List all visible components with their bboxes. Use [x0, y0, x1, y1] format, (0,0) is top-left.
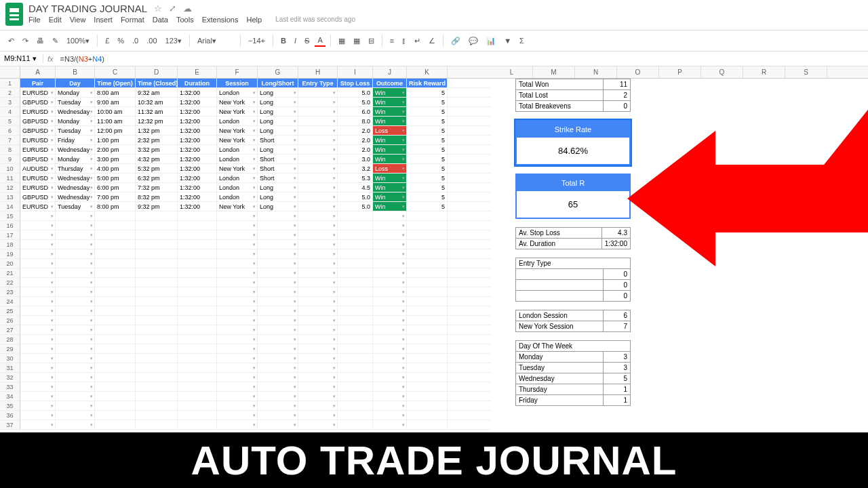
cell[interactable]: 5: [407, 117, 448, 125]
cell[interactable]: [338, 344, 373, 353]
cell[interactable]: [407, 221, 448, 230]
cell[interactable]: [298, 117, 338, 125]
cell[interactable]: [20, 230, 56, 239]
fill-color-icon[interactable]: ▦: [336, 35, 348, 47]
cell[interactable]: [373, 420, 407, 429]
link-icon[interactable]: 🔗: [448, 35, 463, 47]
cell[interactable]: Long: [258, 117, 298, 125]
cell[interactable]: [338, 392, 373, 401]
cell[interactable]: [298, 306, 338, 315]
cell[interactable]: 4:00 pm: [95, 164, 136, 173]
cell[interactable]: [20, 249, 56, 258]
cell[interactable]: 2:00 pm: [95, 145, 136, 154]
percent-icon[interactable]: %: [115, 35, 127, 46]
cell[interactable]: Pair: [20, 79, 56, 87]
cell[interactable]: 1:32:00: [178, 164, 217, 173]
increase-decimal-icon[interactable]: .00: [144, 35, 159, 46]
cell[interactable]: [95, 420, 136, 429]
bold-icon[interactable]: B: [278, 35, 289, 46]
cell[interactable]: New York: [217, 126, 258, 135]
cell[interactable]: [373, 259, 407, 268]
cell[interactable]: EURUSD: [20, 183, 56, 192]
cell[interactable]: [338, 297, 373, 306]
cell[interactable]: Short: [258, 174, 298, 182]
cell[interactable]: Win: [373, 117, 407, 125]
cell[interactable]: [373, 325, 407, 334]
cell[interactable]: [136, 344, 178, 353]
col-header[interactable]: N: [575, 66, 617, 78]
menu-file[interactable]: File: [28, 16, 41, 24]
valign-icon[interactable]: ⫿: [399, 35, 409, 46]
cell[interactable]: [407, 211, 448, 220]
menu-format[interactable]: Format: [121, 16, 144, 24]
sheets-logo-icon[interactable]: [5, 3, 23, 26]
cell[interactable]: [338, 335, 373, 344]
cell[interactable]: [178, 373, 217, 382]
cell[interactable]: EURUSD: [20, 145, 56, 154]
row-header[interactable]: 16: [0, 221, 20, 230]
cell[interactable]: 4.5: [338, 183, 373, 192]
cell[interactable]: [56, 306, 95, 315]
cell[interactable]: 5.0: [338, 192, 373, 201]
cell[interactable]: Time (Open): [95, 79, 136, 87]
cell[interactable]: 1:32:00: [178, 183, 217, 192]
cell[interactable]: [95, 392, 136, 401]
cell[interactable]: [20, 297, 56, 306]
cell[interactable]: [20, 335, 56, 344]
row-header[interactable]: 3: [0, 98, 20, 107]
row-header[interactable]: 20: [0, 259, 20, 268]
cell[interactable]: [258, 249, 298, 258]
cell[interactable]: [56, 325, 95, 334]
cell[interactable]: [95, 268, 136, 277]
cell[interactable]: [56, 287, 95, 296]
cell[interactable]: [373, 221, 407, 230]
cell[interactable]: [95, 363, 136, 372]
cell[interactable]: [56, 240, 95, 249]
cell[interactable]: 1:00 pm: [95, 136, 136, 144]
cell[interactable]: [217, 401, 258, 410]
cell[interactable]: [95, 249, 136, 258]
row-header[interactable]: 11: [0, 174, 20, 183]
cell[interactable]: [373, 373, 407, 382]
cell[interactable]: [298, 249, 338, 258]
cell[interactable]: [95, 335, 136, 344]
cell[interactable]: 8.0: [338, 117, 373, 125]
cell[interactable]: [298, 107, 338, 116]
cell[interactable]: [407, 306, 448, 315]
cell[interactable]: [407, 316, 448, 325]
menu-help[interactable]: Help: [246, 16, 262, 24]
cell[interactable]: [56, 221, 95, 230]
cell[interactable]: 10:00 am: [95, 107, 136, 116]
cell[interactable]: [298, 401, 338, 410]
cell[interactable]: [56, 354, 95, 363]
cell[interactable]: 12:32 pm: [136, 117, 178, 125]
cell[interactable]: [298, 98, 338, 106]
cell[interactable]: Wednesday: [56, 107, 95, 116]
cell[interactable]: 5: [407, 136, 448, 144]
row-header[interactable]: 23: [0, 287, 20, 297]
cell[interactable]: London: [217, 155, 258, 163]
cell[interactable]: [217, 411, 258, 420]
cell[interactable]: [178, 392, 217, 401]
cell[interactable]: [136, 392, 178, 401]
cell[interactable]: [258, 268, 298, 277]
cell[interactable]: [373, 411, 407, 420]
cell[interactable]: [178, 401, 217, 410]
cell[interactable]: 5.0: [338, 98, 373, 106]
col-header[interactable]: G: [258, 66, 298, 78]
cell[interactable]: London: [217, 88, 258, 97]
paint-format-icon[interactable]: ✎: [50, 35, 61, 47]
cell[interactable]: GBPUSD: [20, 98, 56, 106]
cell[interactable]: [136, 382, 178, 391]
cell[interactable]: EURUSD: [20, 107, 56, 116]
col-header[interactable]: H: [298, 66, 338, 78]
cell[interactable]: 4:32 pm: [136, 155, 178, 163]
cell[interactable]: [95, 211, 136, 220]
cell[interactable]: Friday: [56, 136, 95, 144]
cell[interactable]: [136, 316, 178, 325]
cell[interactable]: [338, 230, 373, 239]
menu-edit[interactable]: Edit: [49, 16, 62, 24]
cell[interactable]: [298, 240, 338, 249]
cell[interactable]: [298, 278, 338, 287]
row-header[interactable]: 7: [0, 136, 20, 145]
